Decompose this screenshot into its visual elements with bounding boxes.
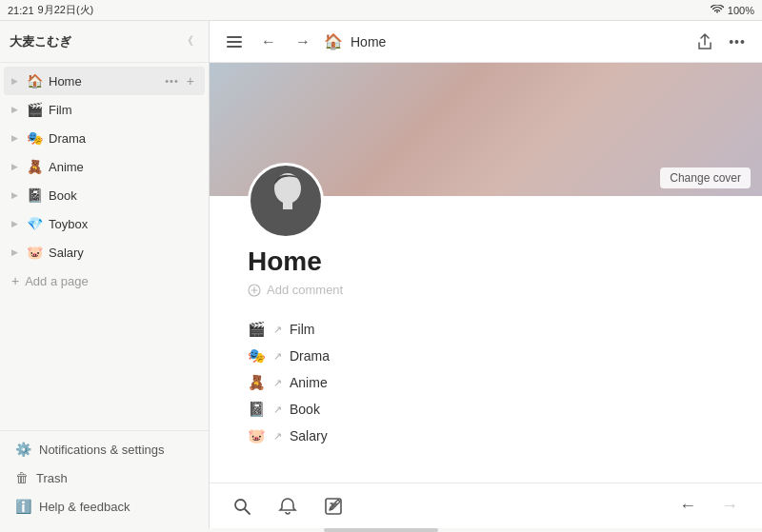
bottom-toolbar-right: ← → xyxy=(674,493,743,520)
share-button[interactable] xyxy=(692,29,718,55)
film-dots[interactable]: ••• xyxy=(162,102,182,117)
svg-rect-4 xyxy=(283,202,292,209)
status-bar: 21:21 9月22日(火) 100% xyxy=(0,0,762,21)
book-icon: 📓 xyxy=(26,187,43,204)
add-page-label: Add a page xyxy=(25,274,89,288)
anime-label: Anime xyxy=(49,160,162,174)
home-dots[interactable]: ••• xyxy=(162,73,182,89)
sidebar-bottom: ⚙️ Notifications & settings 🗑 Trash ℹ️ H… xyxy=(0,430,209,528)
sidebar-item-film[interactable]: ▶ 🎬 Film ••• + xyxy=(4,95,205,124)
list-anime-arrow: ↗ xyxy=(273,377,282,389)
add-comment-label: Add comment xyxy=(267,283,343,297)
list-salary-arrow: ↗ xyxy=(273,430,282,443)
page-back-button[interactable]: ← xyxy=(674,493,701,520)
trash-label: Trash xyxy=(36,471,68,485)
drama-label: Drama xyxy=(49,131,162,146)
date: 9月22日(火) xyxy=(38,3,94,17)
back-button[interactable]: ← xyxy=(255,29,282,55)
help-icon: ℹ️ xyxy=(15,499,31,514)
menu-button[interactable] xyxy=(221,29,248,55)
add-page-plus-icon: + xyxy=(11,273,19,288)
toolbar-left: ← → 🏠 Home xyxy=(221,29,386,55)
anime-plus[interactable]: + xyxy=(184,159,197,174)
settings-icon: ⚙️ xyxy=(15,442,31,457)
content-area: ← → 🏠 Home ••• Change cover xyxy=(210,21,762,528)
svg-line-7 xyxy=(245,509,250,514)
list-item-anime[interactable]: 🧸 ↗ Anime ••• xyxy=(248,369,724,396)
nav-arrow-salary: ▶ xyxy=(11,247,18,257)
page-icon[interactable] xyxy=(248,163,324,239)
sidebar-item-salary[interactable]: ▶ 🐷 Salary ••• + xyxy=(4,238,205,266)
main-layout: 大麦こむぎ 《 ▶ 🏠 Home ••• + ▶ xyxy=(0,21,762,528)
svg-rect-1 xyxy=(227,41,242,43)
film-plus[interactable]: + xyxy=(184,102,197,117)
nav-arrow-book: ▶ xyxy=(11,190,18,200)
svg-rect-0 xyxy=(227,36,242,38)
trash-icon: 🗑 xyxy=(15,470,29,485)
drama-dots[interactable]: ••• xyxy=(162,130,182,146)
home-plus[interactable]: + xyxy=(184,73,197,89)
nav-arrow-film: ▶ xyxy=(11,105,18,114)
workspace-name: 大麦こむぎ xyxy=(10,33,71,50)
salary-label: Salary xyxy=(49,246,162,260)
bell-button[interactable] xyxy=(274,493,301,520)
toybox-plus[interactable]: + xyxy=(184,216,197,231)
list-item-salary[interactable]: 🐷 ↗ Salary ••• xyxy=(248,423,724,449)
list-item-film[interactable]: 🎬 ↗ Film ••• xyxy=(248,316,724,343)
sidebar-collapse-button[interactable]: 《 xyxy=(176,30,199,53)
sidebar-nav: ▶ 🏠 Home ••• + ▶ 🎬 Film ••• + xyxy=(0,63,209,430)
page-icon-area xyxy=(248,163,762,239)
forward-button[interactable]: → xyxy=(290,29,316,55)
film-label: Film xyxy=(49,103,162,117)
bottom-toolbar-left xyxy=(229,493,347,520)
salary-dots[interactable]: ••• xyxy=(162,245,182,260)
drama-plus[interactable]: + xyxy=(184,130,197,146)
sidebar: 大麦こむぎ 《 ▶ 🏠 Home ••• + ▶ xyxy=(0,21,210,528)
list-film-name: Film xyxy=(290,322,314,337)
edit-button[interactable] xyxy=(320,493,347,520)
anime-dots[interactable]: ••• xyxy=(162,159,182,174)
home-label: Home xyxy=(49,74,162,89)
wifi-icon xyxy=(711,5,724,16)
list-item-book[interactable]: 📓 ↗ Book ••• xyxy=(248,396,724,423)
book-dots[interactable]: ••• xyxy=(162,187,182,203)
status-right: 100% xyxy=(711,5,754,16)
film-icon: 🎬 xyxy=(26,101,43,118)
sidebar-header-icons: 《 xyxy=(176,30,199,53)
list-drama-name: Drama xyxy=(290,348,330,364)
notifications-settings-label: Notifications & settings xyxy=(39,443,165,457)
nav-arrow-drama: ▶ xyxy=(11,133,18,143)
list-item-drama[interactable]: 🎭 ↗ Drama ••• xyxy=(248,343,724,369)
trash-item[interactable]: 🗑 Trash xyxy=(4,463,205,492)
sidebar-item-book[interactable]: ▶ 📓 Book ••• + xyxy=(4,181,205,209)
nav-arrow-toybox: ▶ xyxy=(11,219,18,228)
list-film-arrow: ↗ xyxy=(273,324,282,336)
book-plus[interactable]: + xyxy=(184,187,197,203)
add-comment-button[interactable]: Add comment xyxy=(248,283,724,297)
search-button[interactable] xyxy=(229,493,255,520)
toybox-label: Toybox xyxy=(49,217,162,231)
sidebar-item-toybox[interactable]: ▶ 💎 Toybox ••• + xyxy=(4,209,205,238)
salary-plus[interactable]: + xyxy=(184,245,197,260)
notifications-settings-item[interactable]: ⚙️ Notifications & settings xyxy=(4,435,205,463)
time: 21:21 xyxy=(8,5,34,16)
toybox-icon: 💎 xyxy=(26,215,43,232)
sidebar-header: 大麦こむぎ 《 xyxy=(0,21,209,63)
sidebar-item-home[interactable]: ▶ 🏠 Home ••• + xyxy=(4,67,205,95)
add-page-button[interactable]: + Add a page xyxy=(4,266,205,295)
svg-point-6 xyxy=(235,500,246,510)
home-icon: 🏠 xyxy=(26,72,43,89)
status-left: 21:21 9月22日(火) xyxy=(8,3,93,17)
more-button[interactable]: ••• xyxy=(724,29,751,55)
page-title-text: Home xyxy=(248,246,724,277)
page-forward-button[interactable]: → xyxy=(716,493,743,520)
page-content: Change cover xyxy=(210,63,762,483)
sidebar-item-anime[interactable]: ▶ 🧸 Anime ••• + xyxy=(4,152,205,181)
list-anime-icon: 🧸 xyxy=(248,374,266,391)
top-toolbar: ← → 🏠 Home ••• xyxy=(210,21,762,63)
list-salary-name: Salary xyxy=(290,428,328,443)
list-drama-icon: 🎭 xyxy=(248,347,266,365)
help-feedback-item[interactable]: ℹ️ Help & feedback xyxy=(4,492,205,521)
sidebar-item-drama[interactable]: ▶ 🎭 Drama ••• + xyxy=(4,124,205,152)
toybox-dots[interactable]: ••• xyxy=(162,216,182,231)
